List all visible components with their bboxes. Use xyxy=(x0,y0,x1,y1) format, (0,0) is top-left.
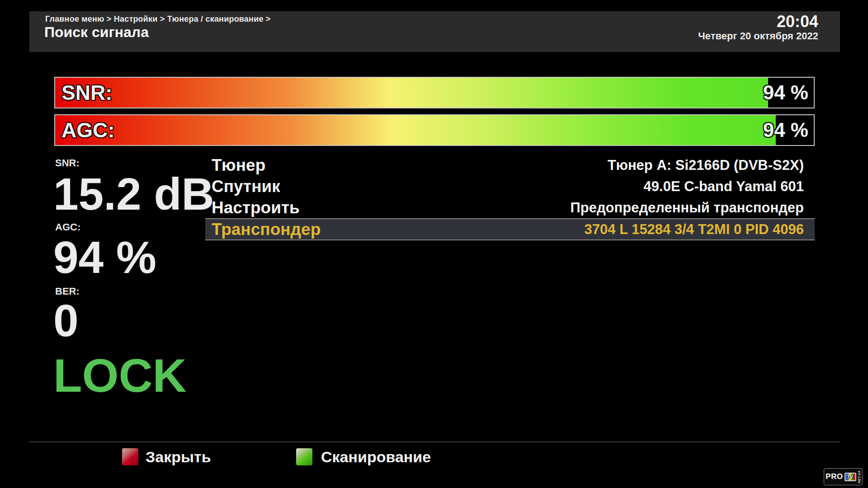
menu-row-transponder[interactable]: Транспондер 3704 L 15284 3/4 T2MI 0 PID … xyxy=(205,218,815,240)
menu-label: Тюнер xyxy=(212,156,265,175)
lock-status: LOCK xyxy=(53,349,187,403)
logo-pro-text: PRO xyxy=(826,472,843,481)
menu-row-tuner[interactable]: Тюнер Тюнер A: Si2166D (DVB-S2X) xyxy=(205,155,815,176)
menu-value: 3704 L 15284 3/4 T2MI 0 PID 4096 xyxy=(585,221,804,238)
ber-stat-value: 0 xyxy=(53,299,79,342)
scan-button[interactable]: Сканирование xyxy=(321,448,431,466)
agc-bar-value: 94 % xyxy=(763,119,808,141)
menu-label: Настроить xyxy=(212,198,300,217)
tuner-settings-menu: Тюнер Тюнер A: Si2166D (DVB-S2X) Спутник… xyxy=(205,155,815,240)
close-button[interactable]: Закрыть xyxy=(146,448,211,466)
menu-label: Спутник xyxy=(212,177,280,196)
time: 20:04 xyxy=(698,13,818,30)
tv-icon: TV xyxy=(844,473,856,481)
agc-bar-label: AGC: xyxy=(61,118,115,142)
menu-value: 49.0E C-band Yamal 601 xyxy=(644,178,804,195)
agc-bar-fill xyxy=(55,115,776,145)
snr-signal-bar: SNR: 94 % xyxy=(54,77,815,108)
header-bar: Главное меню > Настройки > Тюнера / скан… xyxy=(29,11,840,52)
snr-bar-value: 94 % xyxy=(763,81,808,104)
red-key-icon[interactable] xyxy=(122,448,138,465)
date: Четверг 20 октября 2022 xyxy=(698,30,818,42)
breadcrumb: Главное меню > Настройки > Тюнера / скан… xyxy=(45,14,271,24)
page-title: Поиск сигнала xyxy=(44,24,149,41)
snr-stat-label: SNR: xyxy=(55,157,80,169)
menu-row-satellite[interactable]: Спутник 49.0E C-band Yamal 601 xyxy=(205,176,815,197)
protv-logo: PRO TV NET.UA xyxy=(824,468,863,485)
snr-stat-value: 15.2 dB xyxy=(53,173,214,216)
menu-label: Транспондер xyxy=(212,220,321,239)
menu-value: Предопределенный транспондер xyxy=(570,200,804,216)
tv-icon-text: TV xyxy=(847,474,853,479)
snr-bar-fill xyxy=(55,78,768,108)
clock: 20:04 Четверг 20 октября 2022 xyxy=(698,13,818,42)
agc-stat-value: 94 % xyxy=(53,236,156,279)
menu-row-configure[interactable]: Настроить Предопределенный транспондер xyxy=(205,197,815,218)
agc-signal-bar: AGC: 94 % xyxy=(54,114,815,146)
logo-suffix-text: NET.UA xyxy=(858,470,861,483)
green-key-icon[interactable] xyxy=(296,448,312,465)
footer-separator xyxy=(29,441,840,442)
snr-bar-label: SNR: xyxy=(61,80,112,105)
menu-value: Тюнер A: Si2166D (DVB-S2X) xyxy=(608,157,804,174)
